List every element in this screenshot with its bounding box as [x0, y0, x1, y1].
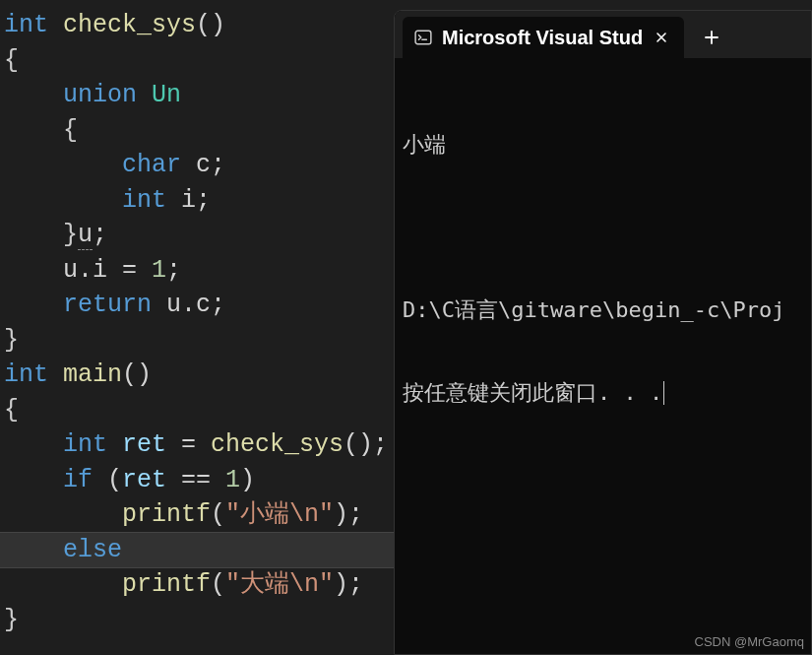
code-token: int	[4, 360, 63, 389]
code-line[interactable]: }	[0, 323, 394, 359]
terminal-icon	[414, 29, 432, 46]
code-token: }	[63, 221, 78, 249]
code-token: 1	[152, 256, 166, 285]
terminal-cursor	[663, 381, 664, 405]
code-token: ;	[166, 256, 181, 285]
code-token: ;	[211, 291, 225, 319]
code-line[interactable]: {	[0, 43, 394, 79]
code-line[interactable]: else	[0, 533, 394, 568]
code-line[interactable]: union Un	[0, 78, 394, 113]
code-token: int	[63, 430, 122, 459]
code-line[interactable]: }	[0, 603, 394, 638]
output-blank	[403, 214, 803, 241]
output-line: 按任意键关闭此窗口. . .	[403, 379, 803, 407]
code-token: ()	[122, 360, 152, 389]
code-token: return	[63, 291, 166, 319]
code-token: (	[211, 500, 225, 529]
code-token: .	[78, 256, 93, 285]
code-token: =	[107, 256, 152, 285]
code-token: {	[4, 46, 19, 75]
code-token: check_sys	[63, 11, 196, 39]
code-token: if	[63, 466, 107, 494]
code-token: }	[4, 326, 19, 355]
terminal-output[interactable]: 小端 D:\C语言\gitware\begin_-c\Proj 按任意键关闭此窗…	[395, 58, 811, 470]
code-token: main	[63, 360, 122, 389]
code-token: ret	[122, 430, 166, 459]
code-token: check_sys	[211, 430, 344, 459]
code-token: printf	[122, 500, 211, 529]
code-token: char	[122, 151, 196, 179]
code-line[interactable]: }u;	[0, 218, 394, 253]
code-token: .	[181, 291, 196, 319]
code-token: i	[93, 256, 107, 285]
code-line[interactable]: printf("大端\n");	[0, 567, 394, 603]
code-token: union	[63, 81, 152, 109]
code-line[interactable]: u.i = 1;	[0, 253, 394, 289]
terminal-tab-bar: Microsoft Visual Stud	[395, 11, 811, 58]
code-editor[interactable]: int check_sys(){ union Un { char c; int …	[0, 0, 394, 655]
code-token: ;	[196, 186, 211, 215]
code-line[interactable]: int main()	[0, 358, 394, 393]
code-token: int	[122, 186, 181, 215]
code-token: printf	[122, 570, 211, 599]
code-token: 1	[225, 466, 240, 494]
code-token: ();	[344, 430, 388, 459]
code-token: i	[181, 186, 196, 215]
code-line[interactable]: return u.c;	[0, 288, 394, 323]
close-icon[interactable]	[653, 29, 670, 46]
code-line[interactable]: printf("小端\n");	[0, 497, 394, 533]
code-token: "小端\n"	[225, 500, 334, 529]
code-token: c	[196, 151, 211, 179]
code-line[interactable]: if (ret == 1)	[0, 463, 394, 498]
add-tab-button[interactable]	[694, 20, 729, 55]
code-token: ret	[122, 466, 166, 494]
code-token: }	[4, 606, 19, 634]
output-line: D:\C语言\gitware\begin_-c\Proj	[403, 296, 803, 324]
code-line[interactable]: int i;	[0, 183, 394, 219]
code-token: )	[240, 466, 255, 494]
code-token: int	[4, 11, 63, 39]
svg-rect-0	[415, 31, 431, 44]
code-token: {	[4, 396, 19, 425]
code-token: (	[211, 570, 225, 599]
code-token: ;	[93, 221, 107, 249]
code-token: ()	[196, 11, 225, 39]
code-line[interactable]: {	[0, 113, 394, 149]
terminal-window: Microsoft Visual Stud 小端 D:\C语言\gitware\…	[394, 10, 812, 655]
terminal-tab-active[interactable]: Microsoft Visual Stud	[403, 17, 684, 58]
code-token: );	[334, 570, 363, 599]
code-line[interactable]: {	[0, 393, 394, 428]
code-token: u	[63, 256, 78, 285]
code-token: (	[107, 466, 122, 494]
output-line: 小端	[403, 131, 803, 159]
code-token: =	[166, 430, 211, 459]
code-line[interactable]: int ret = check_sys();	[0, 427, 394, 463]
code-token: Un	[152, 81, 181, 109]
code-token: ;	[211, 151, 225, 179]
code-token: ==	[166, 466, 225, 494]
code-token: else	[63, 536, 122, 564]
code-line[interactable]: int check_sys()	[0, 8, 394, 43]
code-token: u	[166, 291, 181, 319]
code-token: "大端\n"	[225, 570, 334, 599]
code-token: {	[63, 116, 78, 145]
watermark: CSDN @MrGaomq	[695, 634, 804, 649]
code-line[interactable]: char c;	[0, 148, 394, 183]
code-token: );	[334, 500, 363, 529]
code-token: u	[78, 221, 93, 250]
code-token: c	[196, 291, 211, 319]
tab-title: Microsoft Visual Stud	[442, 27, 643, 49]
